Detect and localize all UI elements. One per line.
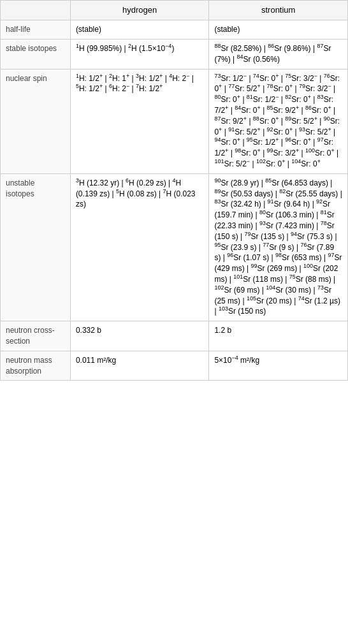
- strontium-cell: 5×10−4 m²/kg: [209, 351, 348, 381]
- row-label: neutron mass absorption: [1, 351, 71, 381]
- header-hydrogen: hydrogen: [70, 1, 209, 20]
- strontium-cell: 88Sr (82.58%) | 86Sr (9.86%) | 87Sr (7%)…: [209, 39, 348, 69]
- comparison-table: hydrogen strontium half-life(stable)(sta…: [0, 0, 348, 381]
- table-row: half-life(stable)(stable): [1, 20, 348, 40]
- header-strontium: strontium: [209, 1, 348, 20]
- row-label: neutron cross-section: [1, 321, 71, 351]
- hydrogen-cell: 1H: 1/2+ | 2H: 1+ | 3H: 1/2+ | 4H: 2− | …: [70, 69, 209, 173]
- row-label: unstable isotopes: [1, 173, 71, 321]
- hydrogen-cell: 3H (12.32 yr) | 6H (0.29 zs) | 4H (0.139…: [70, 173, 209, 321]
- hydrogen-cell: (stable): [70, 20, 209, 40]
- hydrogen-cell: 1H (99.985%) | 2H (1.5×10−4): [70, 39, 209, 69]
- row-label: half-life: [1, 20, 71, 40]
- table-row: neutron cross-section0.332 b1.2 b: [1, 321, 348, 351]
- strontium-cell: 90Sr (28.9 yr) | 85Sr (64.853 days) | 89…: [209, 173, 348, 321]
- hydrogen-cell: 0.011 m²/kg: [70, 351, 209, 381]
- table-row: unstable isotopes3H (12.32 yr) | 6H (0.2…: [1, 173, 348, 321]
- table-row: neutron mass absorption0.011 m²/kg5×10−4…: [1, 351, 348, 381]
- hydrogen-cell: 0.332 b: [70, 321, 209, 351]
- strontium-cell: 1.2 b: [209, 321, 348, 351]
- header-label-col: [1, 1, 71, 20]
- row-label: nuclear spin: [1, 69, 71, 173]
- table-row: stable isotopes1H (99.985%) | 2H (1.5×10…: [1, 39, 348, 69]
- strontium-cell: (stable): [209, 20, 348, 40]
- row-label: stable isotopes: [1, 39, 71, 69]
- table-row: nuclear spin1H: 1/2+ | 2H: 1+ | 3H: 1/2+…: [1, 69, 348, 173]
- strontium-cell: 73Sr: 1/2− | 74Sr: 0+ | 75Sr: 3/2− | 76S…: [209, 69, 348, 173]
